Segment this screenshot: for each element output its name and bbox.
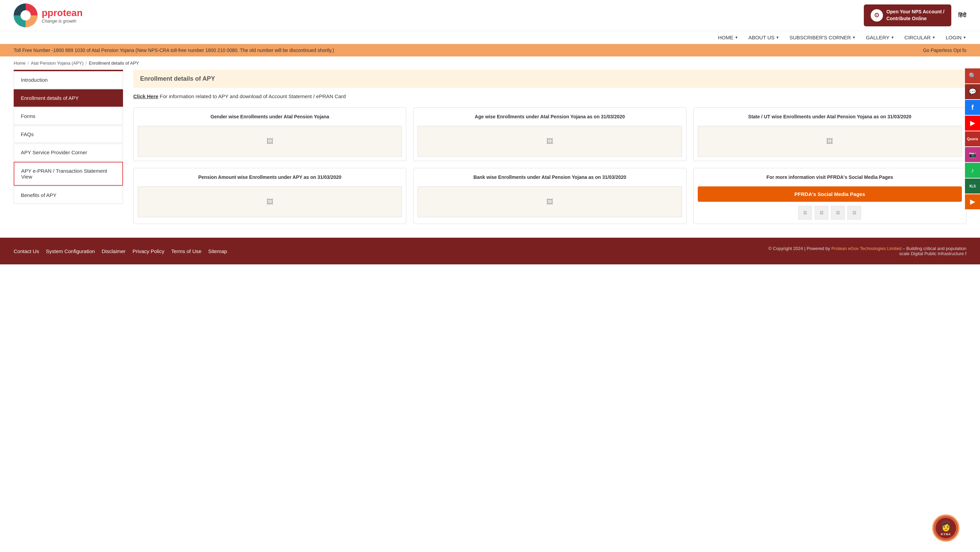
footer-link-system-config[interactable]: System Configuration: [46, 248, 95, 254]
sidebar-item-benefits[interactable]: Benefits of APY: [14, 187, 123, 204]
social-sidebar: 🔍 💬 f ▶ Quora 📷 ♪ XLS ▶: [965, 69, 980, 209]
social-icon-2[interactable]: 🖼: [815, 206, 828, 220]
page-footer: Contact Us System Configuration Disclaim…: [0, 238, 980, 264]
pfrda-social-button[interactable]: PFRDA's Social Media Pages: [698, 187, 962, 202]
footer-links: Contact Us System Configuration Disclaim…: [14, 248, 227, 254]
logo-area: pprotean Change is growth: [14, 3, 83, 27]
breadcrumb-sep: /: [28, 61, 29, 65]
nps-button-text: Open Your NPS Account / Contribute Onlin…: [886, 8, 945, 22]
footer-link-contact[interactable]: Contact Us: [14, 248, 39, 254]
breadcrumb: Home / Atal Pension Yojana (APY) / Enrol…: [0, 56, 980, 70]
click-here-line: Click Here For information related to AP…: [133, 93, 966, 99]
card-image: 🖼: [138, 187, 402, 217]
card-state-enrollment: State / UT wise Enrollments under Atal P…: [693, 107, 966, 161]
footer-link-sitemap[interactable]: Sitemap: [208, 248, 227, 254]
youtube-sidebar-button[interactable]: ▶: [965, 116, 980, 131]
nps-icon: ⊙: [871, 9, 883, 22]
card-image: 🖼: [418, 187, 682, 217]
footer-link-privacy[interactable]: Privacy Policy: [132, 248, 164, 254]
logo-text: pprotean Change is growth: [42, 8, 83, 24]
ticker-right: Go Paperless Opt fo: [923, 48, 966, 53]
card-title: Pension Amount wise Enrollments under AP…: [134, 168, 406, 187]
breadcrumb-sep: /: [86, 61, 87, 65]
nav-subscribers-corner[interactable]: SUBSCRIBER'S CORNER ▼: [790, 35, 856, 40]
card-title: State / UT wise Enrollments under Atal P…: [694, 108, 966, 126]
click-here-link[interactable]: Click Here: [133, 93, 158, 99]
main-layout: Introduction Enrollment details of APY F…: [0, 70, 980, 238]
card-pension-enrollment: Pension Amount wise Enrollments under AP…: [133, 168, 406, 224]
nav-home[interactable]: HOME ▼: [718, 35, 738, 40]
chevron-down-icon: ▼: [891, 35, 894, 39]
card-title: Bank wise Enrollments under Atal Pension…: [414, 168, 686, 187]
tagline: Change is growth: [42, 19, 83, 24]
xls-sidebar-button[interactable]: XLS: [965, 179, 980, 193]
quora-sidebar-button[interactable]: Quora: [965, 131, 980, 147]
social-icon-1[interactable]: 🖼: [798, 206, 812, 220]
nav-about-us[interactable]: ABOUT US ▼: [748, 35, 779, 40]
breadcrumb-home[interactable]: Home: [14, 61, 25, 65]
footer-copyright: © Copyright 2024 | Powered by Protean eG…: [761, 246, 966, 256]
content-area: Enrollment details of APY Click Here For…: [133, 70, 966, 224]
instagram-sidebar-button[interactable]: 📷: [965, 147, 980, 162]
spotify-sidebar-button[interactable]: ♪: [965, 163, 980, 178]
card-gender-enrollment: Gender wise Enrollments under Atal Pensi…: [133, 107, 406, 161]
page-header: pprotean Change is growth ⊙ Open Your NP…: [0, 0, 980, 31]
brand-name: pprotean: [42, 8, 83, 19]
card-age-enrollment: Age wise Enrollments under Atal Pension …: [413, 107, 686, 161]
hindi-toggle[interactable]: हिंदी: [958, 12, 966, 19]
sidebar-item-introduction[interactable]: Introduction: [14, 71, 123, 89]
card-image: 🖼: [698, 126, 962, 156]
content-header: Enrollment details of APY: [133, 70, 966, 88]
nav-bar: HOME ▼ ABOUT US ▼ SUBSCRIBER'S CORNER ▼ …: [0, 31, 980, 44]
social-icon-4[interactable]: 🖼: [848, 206, 861, 220]
card-title: Age wise Enrollments under Atal Pension …: [414, 108, 686, 126]
footer-company-link[interactable]: Protean eGov Technologies Limited: [831, 246, 901, 251]
social-icons-row: 🖼 🖼 🖼 🖼: [694, 206, 966, 224]
cards-grid: Gender wise Enrollments under Atal Pensi…: [133, 107, 966, 224]
card-bank-enrollment: Bank wise Enrollments under Atal Pension…: [413, 168, 686, 224]
chevron-down-icon: ▼: [776, 35, 780, 39]
breadcrumb-current: Enrollment details of APY: [89, 61, 139, 65]
card-image: 🖼: [418, 126, 682, 156]
card-title: Gender wise Enrollments under Atal Pensi…: [134, 108, 406, 126]
nps-account-button[interactable]: ⊙ Open Your NPS Account / Contribute Onl…: [864, 5, 951, 26]
chevron-down-icon: ▼: [852, 35, 856, 39]
sidebar-item-epran[interactable]: APY e-PRAN / Transaction Statement View: [14, 162, 123, 186]
nav-circular[interactable]: CIRCULAR ▼: [905, 35, 935, 40]
facebook-sidebar-button[interactable]: f: [965, 100, 980, 115]
header-right: ⊙ Open Your NPS Account / Contribute Onl…: [864, 5, 966, 26]
play-sidebar-button[interactable]: ▶: [965, 194, 980, 209]
social-icon-3[interactable]: 🖼: [831, 206, 845, 220]
chevron-down-icon: ▼: [963, 35, 966, 39]
breadcrumb-apy[interactable]: Atal Pension Yojana (APY): [31, 61, 83, 65]
ticker-text: Toll Free Number -1800 889 1030 of Atal …: [14, 48, 334, 53]
card-title: For more information visit PFRDA's Socia…: [694, 168, 966, 187]
sidebar-item-service-provider[interactable]: APY Service Provider Corner: [14, 144, 123, 161]
click-here-suffix: For information related to APY and downl…: [158, 93, 345, 99]
footer-link-terms[interactable]: Terms of Use: [171, 248, 201, 254]
chat-sidebar-button[interactable]: 💬: [965, 84, 980, 99]
sidebar-item-forms[interactable]: Forms: [14, 107, 123, 125]
sidebar: Introduction Enrollment details of APY F…: [14, 70, 123, 224]
card-image: 🖼: [138, 126, 402, 156]
search-sidebar-button[interactable]: 🔍: [965, 69, 980, 83]
ticker-bar: Toll Free Number -1800 889 1030 of Atal …: [0, 44, 980, 56]
chevron-down-icon: ▼: [932, 35, 935, 39]
nav-login[interactable]: LOGIN ▼: [945, 35, 966, 40]
chevron-down-icon: ▼: [735, 35, 738, 39]
sidebar-item-faqs[interactable]: FAQs: [14, 126, 123, 143]
card-pfrda-social: For more information visit PFRDA's Socia…: [693, 168, 966, 224]
logo-icon: [14, 3, 38, 27]
sidebar-item-enrollment[interactable]: Enrollment details of APY: [14, 89, 123, 107]
footer-link-disclaimer[interactable]: Disclaimer: [102, 248, 126, 254]
nav-gallery[interactable]: GALLERY ▼: [866, 35, 894, 40]
